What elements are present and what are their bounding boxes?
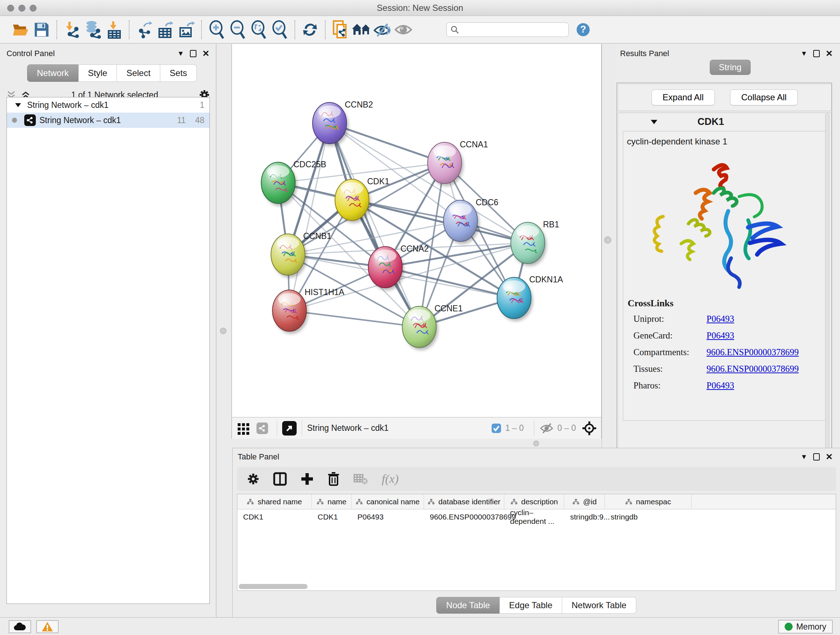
zoom-fit-button[interactable]: [248, 19, 269, 40]
tab-string[interactable]: String: [710, 60, 751, 75]
tab-sets[interactable]: Sets: [160, 65, 197, 82]
tab-edge-table[interactable]: Edge Table: [500, 597, 562, 614]
zoom-in-button[interactable]: [206, 19, 227, 40]
splitter-grip[interactable]: [604, 236, 611, 244]
help-button[interactable]: ?: [576, 23, 590, 36]
column-header-canonical-name[interactable]: canonical name: [352, 494, 424, 509]
tab-network[interactable]: Network: [27, 65, 79, 82]
tab-select[interactable]: Select: [117, 65, 160, 82]
crosslink-link[interactable]: P06493: [706, 314, 734, 324]
node-ccna1[interactable]: CCNA1: [428, 140, 488, 186]
export-table-button[interactable]: [155, 19, 176, 40]
cloud-status-button[interactable]: [9, 620, 31, 633]
table-row[interactable]: CDK1CDK1P064939606.ENSP00000378699cyclin…: [237, 509, 836, 524]
panel-float-icon[interactable]: [190, 50, 196, 57]
table-cell[interactable]: P06493: [352, 509, 424, 524]
select-columns-icon[interactable]: [273, 472, 287, 486]
grid-view-icon[interactable]: [237, 422, 250, 435]
panel-collapse-icon[interactable]: ▼: [177, 50, 184, 57]
table-splitter-grip[interactable]: [533, 440, 539, 447]
function-builder-icon[interactable]: f(x): [382, 472, 399, 486]
table-hscrollbar-thumb[interactable]: [239, 584, 308, 589]
column-header--id[interactable]: @id: [564, 494, 605, 509]
panel-close-icon[interactable]: ✕: [826, 49, 833, 59]
tab-node-table[interactable]: Node Table: [436, 597, 500, 614]
open-session-button[interactable]: [10, 19, 31, 40]
node-ccnb1[interactable]: CCNB1: [271, 231, 332, 278]
node-ccnb2[interactable]: CCNB2: [313, 100, 373, 146]
table-cell[interactable]: stringdb: [605, 509, 692, 524]
export-network-button[interactable]: [134, 19, 155, 40]
table-cell[interactable]: CDK1: [237, 509, 312, 524]
node-ccna2[interactable]: CCNA2: [368, 244, 429, 290]
column-header-description[interactable]: description: [504, 494, 564, 509]
section-expand-icon[interactable]: [651, 119, 658, 125]
panel-collapse-icon[interactable]: ▼: [801, 50, 807, 57]
node-rb1[interactable]: RB1: [511, 220, 559, 266]
fit-selection-crosshair-icon[interactable]: [582, 421, 597, 436]
import-network-file-button[interactable]: [62, 19, 82, 40]
table-cell[interactable]: cyclin–dependent ...: [504, 509, 564, 524]
delete-column-trash-icon[interactable]: [327, 472, 340, 486]
network-row[interactable]: String Network – cdk1 11 48: [7, 112, 210, 128]
panel-float-icon[interactable]: [813, 50, 820, 57]
node-cdc6[interactable]: CDC6: [444, 198, 499, 244]
collapse-all-button[interactable]: Collapse All: [730, 89, 798, 105]
column-header-shared-name[interactable]: shared name: [237, 494, 312, 509]
right-splitter[interactable]: [602, 44, 615, 448]
import-network-database-button[interactable]: [82, 19, 103, 40]
network-graph[interactable]: CCNB2CCNA1CDC25BCDK1CDC6RB1CCNB1CCNA2CDK…: [232, 44, 601, 416]
crosslink-link[interactable]: 9606.ENSP00000378699: [706, 364, 799, 374]
edge-ccnb2-hist1h1a[interactable]: [289, 123, 330, 310]
crosslink-link[interactable]: P06493: [706, 380, 734, 391]
node-ccne1[interactable]: CCNE1: [402, 304, 463, 350]
results-scrollbar[interactable]: [825, 113, 829, 450]
panel-close-icon[interactable]: ✕: [826, 452, 833, 462]
node-cdkn1a[interactable]: CDKN1A: [497, 275, 563, 321]
table-cell[interactable]: 9606.ENSP00000378699: [424, 509, 504, 524]
zoom-out-button[interactable]: [227, 19, 248, 40]
protein-section-header[interactable]: CDK1: [618, 113, 831, 130]
collection-expand-icon[interactable]: [15, 103, 21, 108]
export-image-button[interactable]: [176, 19, 197, 40]
search-field[interactable]: [447, 22, 569, 37]
birdseye-view-button[interactable]: [282, 421, 297, 435]
apply-layout-button[interactable]: [300, 19, 321, 40]
hidden-eye-icon[interactable]: [539, 423, 554, 434]
network-collection-row[interactable]: String Network – cdk1 1: [7, 97, 210, 112]
show-all-button[interactable]: [393, 19, 414, 40]
panel-float-icon[interactable]: [813, 453, 820, 461]
node-hist1h1a[interactable]: HIST1H1A: [272, 287, 345, 334]
expand-all-button[interactable]: Expand All: [652, 89, 715, 105]
import-table-file-button[interactable]: [103, 19, 125, 40]
crosslink-link[interactable]: P06493: [706, 331, 734, 340]
column-header-name[interactable]: name: [312, 494, 352, 509]
left-splitter[interactable]: [217, 44, 232, 617]
panel-collapse-icon[interactable]: ▼: [801, 453, 807, 461]
tab-style[interactable]: Style: [79, 65, 117, 82]
clone-network-button[interactable]: [330, 19, 351, 40]
tab-network-table[interactable]: Network Table: [562, 597, 636, 614]
node-table[interactable]: shared namenamecanonical namedatabase id…: [237, 494, 836, 591]
network-view-icon[interactable]: [256, 423, 268, 434]
zoom-selected-button[interactable]: [269, 19, 290, 40]
column-header-database-identifier[interactable]: database identifier: [424, 494, 504, 509]
warnings-button[interactable]: [36, 620, 58, 633]
splitter-grip[interactable]: [220, 328, 226, 334]
memory-button[interactable]: Memory: [778, 620, 833, 633]
delete-table-icon[interactable]: [354, 473, 368, 485]
panel-close-icon[interactable]: ✕: [202, 49, 210, 59]
hide-selected-button[interactable]: [372, 19, 393, 40]
network-canvas[interactable]: CCNB2CCNA1CDC25BCDK1CDC6RB1CCNB1CCNA2CDK…: [232, 44, 602, 417]
crosslink-link[interactable]: 9606.ENSP00000378699: [706, 347, 799, 357]
add-column-plus-icon[interactable]: [301, 472, 314, 486]
selected-checkbox-icon[interactable]: [491, 423, 502, 434]
table-settings-gear-icon[interactable]: [247, 473, 259, 485]
first-neighbors-button[interactable]: [351, 19, 372, 40]
edge-hist1h1a-ccne1[interactable]: [289, 310, 419, 327]
search-input[interactable]: [459, 25, 561, 34]
table-cell[interactable]: stringdb:9...: [564, 509, 605, 524]
column-header-namespac[interactable]: namespac: [605, 494, 692, 509]
save-session-button[interactable]: [31, 19, 52, 40]
table-cell[interactable]: CDK1: [312, 509, 352, 524]
